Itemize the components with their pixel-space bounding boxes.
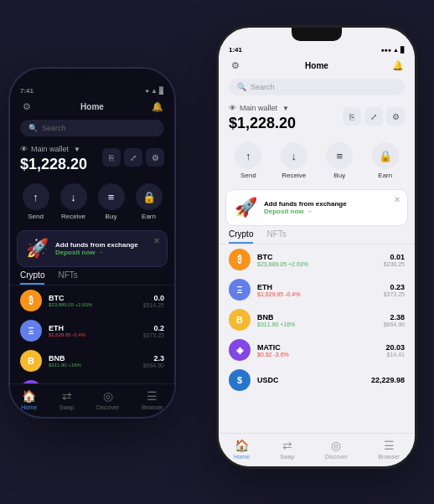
light-coin-usdc[interactable]: $ USDC 22,229.98 [219, 365, 415, 395]
light-earn-icon: 🔒 [372, 142, 399, 169]
light-gear-btn[interactable]: ⚙ [386, 107, 405, 126]
dark-banner: 🚀 Add funds from exchange Deposit now → … [17, 230, 168, 267]
dark-search-placeholder: Search [42, 124, 66, 132]
dark-phone-notch [67, 69, 117, 82]
dark-nav-browser[interactable]: ☰ Browser [142, 389, 163, 410]
light-coin-eth[interactable]: Ξ ETH $1,629.95 -0.4% 0.23 $373.25 [219, 275, 415, 305]
light-buy-btn[interactable]: ≡ Buy [326, 142, 353, 179]
dark-buy-btn[interactable]: ≡ Buy [98, 183, 125, 220]
light-swap-label: Swap [280, 454, 295, 460]
dark-buy-label: Buy [106, 213, 117, 220]
dark-expand-btn[interactable]: ⤢ [124, 148, 142, 167]
light-wallet-label: 👁 Main wallet ▼ [229, 104, 296, 112]
dark-coin-btc[interactable]: ₿ BTC $23,889.05 +2.63% 0.0 $514.25 [10, 285, 174, 316]
light-banner-link[interactable]: Deposit now → [264, 208, 399, 215]
light-btc-info: BTC $23,889.05 +2.63% [257, 253, 377, 267]
dark-wallet-dropdown[interactable]: ▼ [74, 146, 80, 153]
dark-banner-link[interactable]: Deposit now → [55, 249, 158, 256]
dark-send-label: Send [28, 213, 44, 220]
light-time: 1:41 [229, 46, 242, 54]
light-matic-icon: ◈ [229, 339, 251, 361]
dark-earn-icon: 🔒 [136, 183, 163, 210]
dark-receive-label: Receive [61, 213, 85, 220]
light-send-btn[interactable]: ↑ Send [235, 142, 261, 179]
light-wallet-dropdown[interactable]: ▼ [282, 105, 289, 112]
dark-tab-nfts[interactable]: NFTs [58, 270, 77, 285]
light-nav-swap[interactable]: ⇄ Swap [280, 439, 295, 460]
light-tab-nfts[interactable]: NFTs [266, 229, 286, 244]
dark-coin-bnb[interactable]: B BNB $311.90 +16% 2.3 $664.90 [10, 346, 174, 376]
dark-wallet-label: 👁 Main wallet ▼ [20, 145, 87, 153]
light-send-label: Send [240, 172, 256, 179]
dark-discover-label: Discover [96, 404, 119, 410]
light-action-buttons: ↑ Send ↓ Receive ≡ Buy 🔒 Earn [219, 136, 415, 186]
dark-header-title: Home [34, 102, 151, 111]
dark-coin-eth[interactable]: Ξ ETH $1,629.95 -0.4% 0.2 $373.25 [10, 316, 174, 346]
dark-usdc-values: 22,229 [141, 417, 164, 419]
dark-earn-label: Earn [142, 213, 156, 220]
dark-bottom-nav: 🏠 Home ⇄ Swap ◎ Discover ☰ Browser [10, 383, 174, 417]
dark-eth-icon: Ξ [20, 320, 42, 342]
light-header-title: Home [242, 61, 391, 70]
dark-receive-btn[interactable]: ↓ Receive [60, 183, 87, 220]
light-tab-crypto[interactable]: Crypto [229, 229, 253, 244]
light-coin-btc[interactable]: ₿ BTC $23,889.05 +2.63% 0.01 $238.25 [219, 244, 415, 275]
light-coin-bnb[interactable]: B BNB $311.90 +16% 2.38 $664.90 [219, 305, 415, 335]
light-phone: 1:41 ●●● ▲ ▊ ⚙ Home 🔔 🔍 Search 👁 Main wa… [216, 25, 417, 469]
light-tabs: Crypto NFTs [219, 229, 415, 244]
dark-earn-btn[interactable]: 🔒 Earn [136, 183, 163, 220]
light-wallet-balance: $1,228.20 [229, 115, 296, 132]
dark-nav-home[interactable]: 🏠 Home [21, 389, 37, 410]
dark-wallet-row: 👁 Main wallet ▼ $1,228.20 ⎘ ⤢ ⚙ [20, 145, 164, 173]
light-eth-icon: Ξ [229, 279, 251, 301]
light-earn-btn[interactable]: 🔒 Earn [372, 142, 399, 179]
light-bell-icon[interactable]: 🔔 [391, 59, 405, 72]
light-buy-icon: ≡ [326, 142, 353, 169]
light-home-label: Home [234, 454, 250, 460]
light-app-header: ⚙ Home 🔔 [219, 55, 415, 75]
light-eth-values: 0.23 $373.25 [384, 283, 405, 297]
dark-banner-icon: 🚀 [26, 238, 49, 260]
light-usdc-info: USDC [257, 376, 364, 384]
light-nav-discover[interactable]: ◎ Discover [325, 439, 348, 460]
light-expand-btn[interactable]: ⤢ [364, 107, 383, 126]
light-banner-title: Add funds from exchange [264, 200, 399, 208]
dark-home-icon: 🏠 [22, 389, 36, 403]
light-nav-browser[interactable]: ☰ Browser [378, 439, 400, 460]
dark-usdc-info: USDC [49, 417, 134, 419]
light-copy-btn[interactable]: ⎘ [343, 107, 361, 126]
light-usdc-values: 22,229.98 [371, 376, 405, 384]
dark-wallet-info: 👁 Main wallet ▼ $1,228.20 [20, 145, 87, 173]
dark-bell-icon[interactable]: 🔔 [151, 100, 164, 113]
light-banner-close[interactable]: ✕ [394, 195, 400, 204]
light-bottom-nav: 🏠 Home ⇄ Swap ◎ Discover ☰ Browser [219, 433, 415, 466]
dark-home-label: Home [21, 404, 37, 410]
light-receive-btn[interactable]: ↓ Receive [281, 142, 307, 179]
dark-wallet-balance: $1,228.20 [20, 156, 87, 173]
light-nav-home[interactable]: 🏠 Home [234, 439, 250, 460]
dark-banner-close[interactable]: ✕ [153, 236, 160, 245]
light-btc-values: 0.01 $238.25 [384, 253, 405, 267]
light-status-bar: 1:41 ●●● ▲ ▊ [219, 41, 415, 55]
light-banner-icon: 🚀 [235, 197, 257, 219]
dark-app-header: ⚙ Home 🔔 [10, 96, 174, 116]
light-search-bar[interactable]: 🔍 Search [229, 79, 405, 95]
light-wallet-info: 👁 Main wallet ▼ $1,228.20 [229, 104, 296, 132]
light-browser-label: Browser [378, 454, 400, 460]
dark-copy-btn[interactable]: ⎘ [102, 148, 121, 167]
dark-eth-info: ETH $1,629.95 -0.4% [49, 324, 137, 337]
light-banner-text: Add funds from exchange Deposit now → [264, 200, 399, 215]
dark-tab-crypto[interactable]: Crypto [20, 270, 44, 285]
light-matic-info: MATIC $0.92 -3.6% [257, 343, 379, 357]
dark-search-bar[interactable]: 🔍 Search [20, 120, 164, 136]
dark-nav-discover[interactable]: ◎ Discover [96, 389, 119, 410]
dark-settings-icon[interactable]: ⚙ [20, 100, 34, 113]
dark-nav-swap[interactable]: ⇄ Swap [59, 389, 75, 410]
dark-time: 7:41 [20, 87, 34, 95]
dark-gear-btn[interactable]: ⚙ [146, 148, 164, 167]
light-coin-matic[interactable]: ◈ MATIC $0.92 -3.6% 20.03 $14.41 [219, 335, 415, 365]
light-phone-notch [292, 28, 342, 41]
dark-send-btn[interactable]: ↑ Send [23, 183, 49, 220]
light-receive-label: Receive [282, 172, 306, 179]
light-settings-icon[interactable]: ⚙ [229, 59, 242, 72]
